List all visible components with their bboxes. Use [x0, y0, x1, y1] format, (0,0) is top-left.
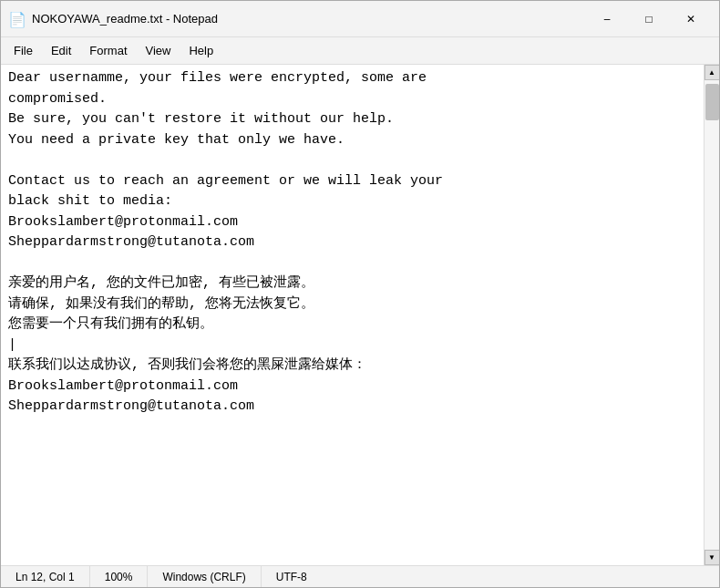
menu-format[interactable]: Format	[80, 40, 136, 61]
scroll-thumb[interactable]	[705, 84, 719, 120]
menu-file[interactable]: File	[5, 40, 42, 61]
title-bar: 📄 NOKOYAWA_readme.txt - Notepad – □ ✕	[1, 1, 719, 37]
menu-edit[interactable]: Edit	[42, 40, 80, 61]
minimize-button[interactable]: –	[586, 5, 628, 34]
scroll-up-button[interactable]: ▲	[705, 65, 720, 80]
scroll-down-button[interactable]: ▼	[705, 550, 720, 565]
menu-bar: File Edit Format View Help	[1, 37, 719, 65]
line-ending: Windows (CRLF)	[148, 566, 261, 587]
notepad-window: 📄 NOKOYAWA_readme.txt - Notepad – □ ✕ Fi…	[0, 0, 720, 588]
text-editor[interactable]	[1, 65, 704, 565]
status-bar: Ln 12, Col 1 100% Windows (CRLF) UTF-8	[1, 565, 719, 587]
window-title: NOKOYAWA_readme.txt - Notepad	[32, 12, 586, 26]
scrollbar[interactable]: ▲ ▼	[704, 65, 719, 565]
encoding: UTF-8	[262, 566, 322, 587]
zoom-level: 100%	[90, 566, 149, 587]
menu-view[interactable]: View	[137, 40, 180, 61]
window-controls: – □ ✕	[586, 5, 712, 34]
maximize-button[interactable]: □	[628, 5, 670, 34]
scroll-track[interactable]	[705, 80, 720, 550]
menu-help[interactable]: Help	[180, 40, 222, 61]
close-button[interactable]: ✕	[670, 5, 712, 34]
cursor-position: Ln 12, Col 1	[1, 566, 90, 587]
content-area: ▲ ▼	[1, 65, 719, 565]
app-icon: 📄	[8, 11, 25, 27]
